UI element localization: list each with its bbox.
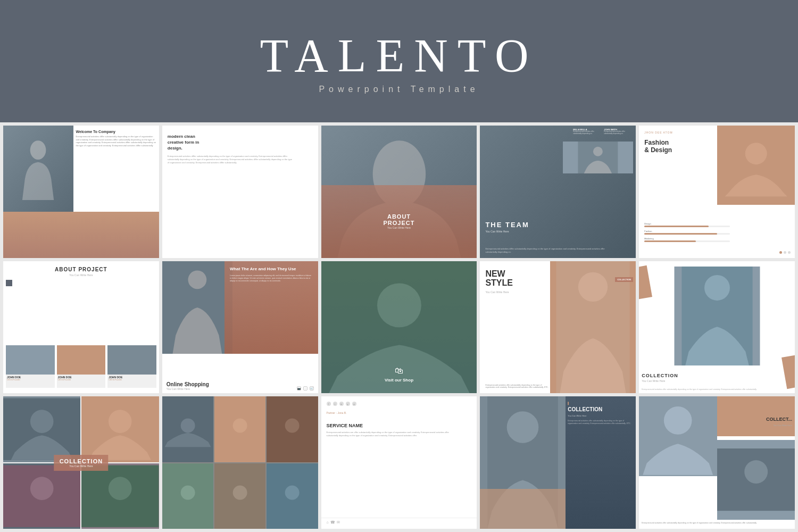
svg-point-30 (233, 485, 247, 500)
slide-14-accent: ▌ (568, 402, 633, 405)
slide-4-member-1: MILLA BELLA Entrepreneurial activities o… (573, 128, 602, 135)
dot-1 (779, 251, 782, 254)
bar-marketing: Marketing (644, 237, 730, 242)
slide-14-body: Entrepreneurial activities offer substan… (568, 420, 633, 425)
grid-img-2 (81, 396, 159, 462)
slide-1-content: Welcome To Company Entrepreneurial activ… (76, 130, 157, 147)
photo-4 (162, 463, 213, 529)
slide-1[interactable]: Welcome To Company Entrepreneurial activ… (3, 126, 159, 258)
slide-13-bottom-icons: ⌂ ☎ ✉ (327, 520, 340, 525)
slide-3-title: ABOUT (387, 213, 411, 220)
slide-4-member-2: JOHN SMITH Entrepreneurial activities of… (604, 128, 633, 135)
card-1: JOHN DOE CEO & Founder (6, 345, 55, 388)
slide-7-overlay-title: What The Are and How They Use (230, 267, 313, 272)
svg-point-28 (180, 485, 195, 500)
slide-6[interactable]: ABOUT PROJECT You Can Write Here JOHN DO… (3, 261, 159, 394)
slide-2[interactable]: modern cleancreative form indesign. Entr… (162, 126, 318, 258)
icon-home: ⌂ (327, 520, 329, 525)
slide-14-sub: You Can Write Here (568, 414, 633, 417)
slide-4[interactable]: MILLA BELLA Entrepreneurial activities o… (480, 126, 636, 258)
slide-15-title: COLLECT... (766, 417, 792, 422)
slide-7-bottom: Online Shopping You Can Write Here (167, 381, 314, 390)
slide-13[interactable]: f t in y p Partner - Jona B. SERVICE NAM… (321, 396, 477, 529)
slide-13-partner: Partner - Jona B. (327, 411, 347, 414)
slide-10-person (674, 267, 760, 366)
slide-14[interactable]: ▌ COLLECTION You Can Write Here Entrepre… (480, 396, 636, 529)
slide-8-text: Visit our Shop (385, 378, 413, 383)
slide-11[interactable]: COLLECTION You Can Write Here (3, 396, 159, 529)
slide-3-overlay: ABOUT PROJECT You Can Write Here (321, 185, 477, 258)
slide-5[interactable]: JHON DEE ATOM Fashion& Design Design Fas… (639, 126, 795, 258)
person-photo-1 (3, 126, 73, 212)
slide-6-sub: You Can Write Here (69, 273, 93, 277)
slide-15-body: Entrepreneurial activities offer substan… (642, 522, 792, 525)
dot-2 (784, 251, 786, 254)
slide-14-pink-corner (480, 489, 566, 529)
app-title: TALENTO (260, 29, 538, 82)
svg-point-6 (188, 270, 206, 289)
slide-11-overlay: COLLECTION You Can Write Here (54, 455, 109, 471)
grid-img-4 (81, 463, 159, 529)
slide-1-heading: Welcome To Company (76, 130, 157, 134)
icon-pinterest: p (352, 402, 356, 406)
slide-4-members: MILLA BELLA Entrepreneurial activities o… (573, 128, 633, 135)
slide-9-title: NEWSTYLE (485, 269, 513, 288)
bar-design: Design (644, 222, 730, 227)
slide-7-sub: You Can Write Here (167, 387, 314, 390)
svg-point-8 (377, 283, 421, 327)
slide-1-body: Entrepreneurial activities differ substa… (76, 135, 157, 147)
slide-15-person (639, 396, 717, 476)
slide-15-sub: You Can Write Here (774, 424, 792, 427)
slide-10-body: Entrepreneurial activities offer substan… (642, 388, 782, 391)
slide-9[interactable]: NEWSTYLE You Can Write Here COLLECTION E… (480, 261, 636, 394)
slide-12[interactable] (162, 396, 318, 529)
photo-2 (214, 396, 265, 462)
photo-1 (162, 396, 213, 462)
icon-cart: 🛒 (310, 386, 314, 390)
slide-13-service-title: SERVICE NAME (327, 423, 363, 428)
slides-grid: Welcome To Company Entrepreneurial activ… (0, 122, 798, 532)
slide-10[interactable]: COLLECTION You Can Write Here Entreprene… (639, 261, 795, 394)
slide-2-heading: modern cleancreative form indesign. (168, 134, 200, 152)
slide-11-sub: You Can Write Here (60, 464, 103, 468)
photo-6 (267, 463, 318, 529)
slide-4-sub: You Can Write Here (485, 230, 509, 233)
svg-point-16 (109, 410, 132, 434)
slide-9-badge: COLLECTION (615, 277, 633, 282)
grid-img-1 (3, 396, 80, 462)
shop-bag-icon: 🛍 (385, 366, 413, 376)
slide-5-dots (779, 251, 791, 254)
slide-13-social: f t in y p (327, 402, 356, 406)
slide-6-title: ABOUT PROJECT (55, 267, 107, 272)
svg-point-32 (285, 485, 300, 500)
slide-9-sub: You Can Write Here (485, 290, 509, 294)
card-2-img (57, 345, 106, 375)
card-2: JOHN DOE CEO & Founder (57, 345, 106, 388)
photo-3 (267, 396, 318, 462)
svg-point-34 (507, 412, 539, 444)
app-subtitle: Powerpoint Template (319, 85, 479, 94)
grid-img-3 (3, 463, 80, 529)
svg-point-3 (593, 147, 603, 156)
slide-7-icons: 📷 ♡ 🛒 (297, 386, 314, 390)
slide-13-service-text: Entrepreneurial activities are offer sub… (327, 431, 459, 437)
svg-point-10 (578, 272, 608, 301)
bar-fashion: Fashion (644, 230, 730, 235)
slide-7[interactable]: What The Are and How They Use Lorem ipsu… (162, 261, 318, 394)
slide-15[interactable]: COLLECT... You Can Write Here Entreprene… (639, 396, 795, 529)
blue-accent-square (6, 280, 12, 286)
icon-linkedin: in (339, 402, 344, 406)
card-3: JOHN DOE CEO & Founder (107, 345, 156, 388)
slide-7-bg: What The Are and How They Use Lorem ipsu… (162, 261, 318, 354)
icon-mail: ✉ (337, 520, 340, 525)
slide-3[interactable]: ABOUT PROJECT You Can Write Here (321, 126, 477, 258)
slide-8[interactable]: 🛍 Visit our Shop (321, 261, 477, 394)
slide-7-person (162, 261, 232, 354)
svg-point-14 (30, 410, 54, 434)
slide-5-bars: Design Fashion Marketing (644, 222, 730, 245)
svg-point-36 (664, 406, 692, 435)
svg-point-5 (745, 143, 767, 164)
icon-heart: ♡ (303, 386, 307, 390)
slide-15-img2 (717, 440, 795, 519)
slide-14-title: COLLECTION (568, 406, 633, 413)
